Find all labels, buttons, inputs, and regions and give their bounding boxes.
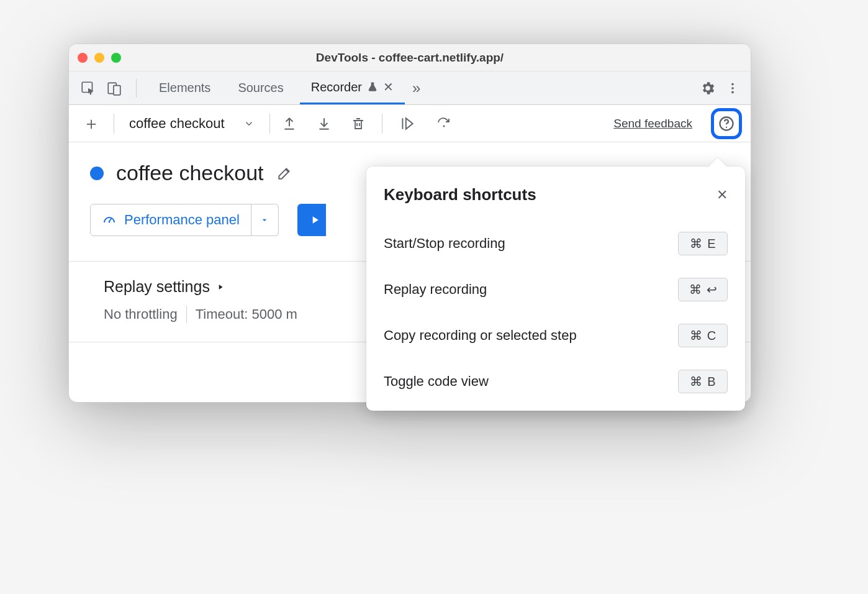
recording-title: coffee checkout	[116, 161, 264, 185]
tab-recorder[interactable]: Recorder ✕	[300, 71, 405, 104]
divider	[136, 79, 137, 98]
import-icon[interactable]	[314, 113, 335, 134]
shortcut-key: ⌘ ↩	[678, 278, 728, 301]
recorder-toolbar: ＋ coffee checkout	[69, 105, 751, 142]
timeout-value: Timeout: 5000 m	[196, 306, 297, 322]
more-tabs-icon[interactable]: »	[410, 77, 423, 99]
settings-gear-icon[interactable]	[697, 78, 718, 99]
tab-sources[interactable]: Sources	[227, 71, 294, 104]
perf-dropdown-button[interactable]	[251, 204, 279, 236]
svg-point-9	[109, 221, 111, 223]
new-recording-button[interactable]: ＋	[78, 112, 105, 135]
svg-point-3	[731, 83, 734, 85]
edit-title-icon[interactable]	[276, 165, 292, 181]
shortcut-label: Toggle code view	[384, 373, 489, 390]
device-toggle-icon[interactable]	[104, 78, 125, 99]
divider	[114, 114, 114, 134]
send-feedback-link[interactable]: Send feedback	[613, 117, 692, 130]
gauge-icon	[102, 212, 117, 227]
settings-heading: Replay settings	[104, 278, 210, 296]
recording-select[interactable]: coffee checkout	[123, 116, 228, 132]
inspect-icon[interactable]	[78, 78, 99, 99]
popover-title: Keyboard shortcuts	[384, 185, 536, 204]
shortcut-label: Replay recording	[384, 281, 487, 298]
help-button-highlight	[711, 108, 742, 139]
recording-status-dot	[90, 167, 104, 180]
flask-icon	[367, 81, 378, 93]
tab-elements[interactable]: Elements	[148, 71, 222, 104]
svg-point-4	[731, 87, 734, 89]
shortcut-row: Toggle code view ⌘ B	[384, 370, 728, 393]
svg-point-5	[731, 91, 734, 93]
close-popover-icon[interactable]: ✕	[717, 187, 728, 203]
divider	[382, 114, 382, 134]
replay-step-icon[interactable]	[432, 114, 456, 134]
divider	[269, 114, 270, 134]
shortcut-key: ⌘ E	[678, 232, 728, 255]
shortcut-row: Copy recording or selected step ⌘ C	[384, 324, 728, 347]
maximize-window-button[interactable]	[111, 53, 121, 63]
close-tab-icon[interactable]: ✕	[383, 80, 394, 94]
window-title: DevTools - coffee-cart.netlify.app/	[69, 51, 751, 65]
svg-point-6	[443, 125, 445, 127]
caret-right-icon	[216, 281, 225, 293]
delete-icon[interactable]	[348, 113, 368, 134]
shortcut-row: Start/Stop recording ⌘ E	[384, 232, 728, 255]
titlebar: DevTools - coffee-cart.netlify.app/	[69, 44, 751, 71]
chevron-down-icon[interactable]	[237, 118, 261, 129]
main-tabs: Elements Sources Recorder ✕ »	[69, 71, 751, 105]
export-icon[interactable]	[279, 113, 300, 134]
replay-button[interactable]	[297, 204, 326, 236]
shortcut-key: ⌘ C	[678, 324, 728, 347]
kebab-menu-icon[interactable]	[723, 79, 742, 98]
close-window-button[interactable]	[78, 53, 88, 63]
shortcut-label: Copy recording or selected step	[384, 327, 577, 344]
tab-label: Recorder	[311, 80, 362, 94]
shortcut-key: ⌘ B	[678, 370, 728, 393]
keyboard-shortcuts-popover: Keyboard shortcuts ✕ Start/Stop recordin…	[366, 167, 745, 411]
shortcut-row: Replay recording ⌘ ↩	[384, 278, 728, 301]
throttling-value: No throttling	[104, 306, 178, 322]
step-play-icon[interactable]	[396, 113, 418, 134]
shortcut-label: Start/Stop recording	[384, 235, 505, 252]
perf-label: Performance panel	[124, 212, 240, 228]
minimize-window-button[interactable]	[94, 53, 104, 63]
divider	[186, 306, 187, 323]
svg-rect-2	[114, 85, 120, 94]
help-icon[interactable]	[718, 115, 735, 132]
svg-point-8	[726, 126, 727, 127]
traffic-lights	[78, 53, 121, 63]
performance-panel-button[interactable]: Performance panel	[90, 204, 251, 236]
